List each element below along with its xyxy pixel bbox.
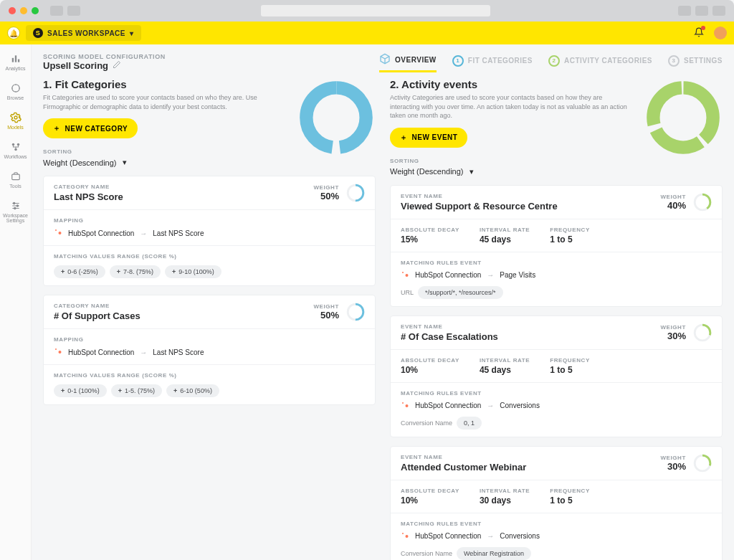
svg-point-25 (406, 274, 409, 277)
range-chip[interactable]: +9-10 (100%) (165, 265, 221, 278)
svg-rect-8 (11, 174, 19, 180)
svg-point-31 (406, 535, 409, 538)
traffic-light-max[interactable] (32, 7, 39, 14)
range-chip[interactable]: +7-8. (75%) (110, 265, 161, 278)
rule-chip[interactable]: */support/*, */resources/* (418, 286, 503, 299)
fit-category-card[interactable]: CATEGORY NAMELast NPS ScoreWEIGHT50%MAPP… (43, 176, 376, 286)
tab-overview[interactable]: OVERVIEW (379, 53, 437, 72)
plus-icon: + (117, 268, 120, 275)
step-tabs: OVERVIEW 1 FIT CATEGORIES 2 ACTIVITY CAT… (379, 53, 723, 72)
nav-workspace-settings[interactable]: Workspace Settings (0, 197, 31, 226)
activity-column: 2. Activity events Activity Categories a… (390, 78, 723, 560)
address-bar-wrap (85, 5, 667, 16)
abs-decay-value: 10% (401, 495, 459, 506)
briefcase-icon (10, 171, 22, 182)
weight-value: 50% (313, 191, 339, 201)
interval-value: 45 days (480, 234, 530, 245)
label-weight: WEIGHT (313, 184, 339, 191)
weight-ring-icon (693, 193, 712, 212)
svg-point-7 (14, 148, 17, 151)
mapping-source: HubSpot Connection (415, 271, 481, 279)
chevron-down-icon: ▾ (123, 158, 127, 167)
fit-sort-label: SORTING (43, 148, 287, 155)
hubspot-icon (401, 401, 409, 411)
mapping-row: HubSpot Connection→Last NPS Score (54, 228, 365, 238)
svg-point-9 (13, 202, 14, 204)
new-event-button[interactable]: ＋ NEW EVENT (390, 128, 467, 148)
category-name: # Of Support Cases (54, 310, 140, 321)
activity-event-card[interactable]: EVENT NAME# Of Case EscalationsWEIGHT30%… (390, 315, 723, 437)
label-weight: WEIGHT (313, 303, 339, 310)
tab-settings[interactable]: 3 SETTINGS (668, 55, 723, 71)
page-title: Upsell Scoring (43, 60, 108, 71)
event-name: Attended Customer Webinar (401, 462, 526, 473)
frequency-value: 1 to 5 (550, 495, 590, 506)
label-matching-range: MATCHING VALUES RANGE (SCORE %) (54, 372, 365, 379)
nav-analytics[interactable]: Analytics (0, 50, 31, 74)
activity-event-card[interactable]: EVENT NAMEViewed Support & Resource Cent… (390, 185, 723, 307)
extra-label: Conversion Name (401, 550, 452, 557)
step-2-icon: 2 (548, 55, 560, 67)
range-chip[interactable]: +6-10 (50%) (166, 384, 219, 397)
mapping-source: HubSpot Connection (415, 402, 481, 409)
side-nav: Analytics Browse Models Workflows Tools (0, 44, 32, 560)
label-weight: WEIGHT (660, 455, 686, 461)
activity-sort-label: SORTING (390, 158, 634, 164)
user-avatar[interactable] (714, 27, 727, 39)
mapping-row: HubSpot Connection→Page Visits (401, 270, 712, 280)
mapping-target: Last NPS Score (153, 348, 204, 356)
category-name: Last NPS Score (54, 191, 123, 202)
label-matching-rules: MATCHING RULES EVENT (401, 521, 712, 527)
compass-icon (10, 82, 22, 94)
svg-rect-2 (17, 60, 19, 62)
arrow-right-icon: → (140, 348, 147, 356)
rule-chip[interactable]: Webinar Registration (457, 547, 531, 560)
nav-tools[interactable]: Tools (0, 168, 31, 191)
label-category-name: CATEGORY NAME (54, 184, 123, 190)
plus-icon: + (118, 387, 122, 394)
plus-icon: + (61, 387, 65, 394)
label-matching-rules: MATCHING RULES EVENT (401, 260, 712, 266)
workspace-switcher[interactable]: S SALES WORKSPACE ▾ (26, 25, 141, 41)
extra-label: URL (401, 289, 414, 296)
nav-models[interactable]: Models (0, 109, 31, 133)
arrow-right-icon: → (487, 271, 494, 279)
tab-activity-categories[interactable]: 2 ACTIVITY CATEGORIES (548, 55, 652, 71)
range-chip[interactable]: +0-6 (-25%) (54, 265, 105, 278)
activity-event-card[interactable]: EVENT NAMEAttended Customer WebinarWEIGH… (390, 446, 723, 560)
address-bar[interactable] (261, 5, 490, 16)
range-chip[interactable]: +0-1 (100%) (54, 384, 107, 397)
traffic-light-close[interactable] (9, 7, 16, 14)
range-chip[interactable]: +1-5. (75%) (111, 384, 162, 397)
new-category-button[interactable]: ＋ NEW CATEGORY (43, 118, 138, 138)
event-name: Viewed Support & Resource Centre (401, 201, 558, 212)
nav-browse[interactable]: Browse (0, 80, 31, 103)
rule-chip[interactable]: 0, 1 (457, 417, 482, 430)
edit-title-button[interactable] (113, 60, 121, 71)
sliders-icon (10, 200, 22, 212)
label-weight: WEIGHT (660, 194, 686, 200)
nav-workflows[interactable]: Workflows (0, 138, 31, 162)
tab-fit-categories[interactable]: 1 FIT CATEGORIES (452, 55, 533, 71)
svg-point-3 (11, 85, 19, 92)
weight-ring-icon (346, 184, 365, 202)
app-logo-icon[interactable]: 🔔 (7, 27, 20, 39)
fit-category-card[interactable]: CATEGORY NAME# Of Support CasesWEIGHT50%… (43, 295, 376, 405)
mapping-row: HubSpot Connection→Conversions (401, 531, 712, 541)
fit-sort-select[interactable]: Weight (Descending) ▾ (43, 158, 287, 167)
traffic-light-min[interactable] (20, 7, 27, 14)
workflow-icon (10, 141, 22, 153)
label-frequency: FREQUENCY (550, 357, 590, 364)
frequency-value: 1 to 5 (550, 365, 590, 375)
plus-icon: + (172, 268, 176, 275)
step-3-icon: 3 (668, 55, 680, 67)
plus-icon: ＋ (400, 133, 408, 143)
plus-icon: + (173, 387, 177, 394)
frequency-value: 1 to 5 (550, 234, 590, 245)
svg-point-28 (406, 404, 409, 407)
activity-sort-select[interactable]: Weight (Descending) ▾ (390, 167, 634, 176)
chrome-toolbar-right (678, 6, 725, 16)
label-mapping: MAPPING (54, 217, 365, 224)
notifications-button[interactable] (694, 27, 704, 39)
main-content: SCORING MODEL CONFIGURATION Upsell Scori… (32, 44, 734, 560)
